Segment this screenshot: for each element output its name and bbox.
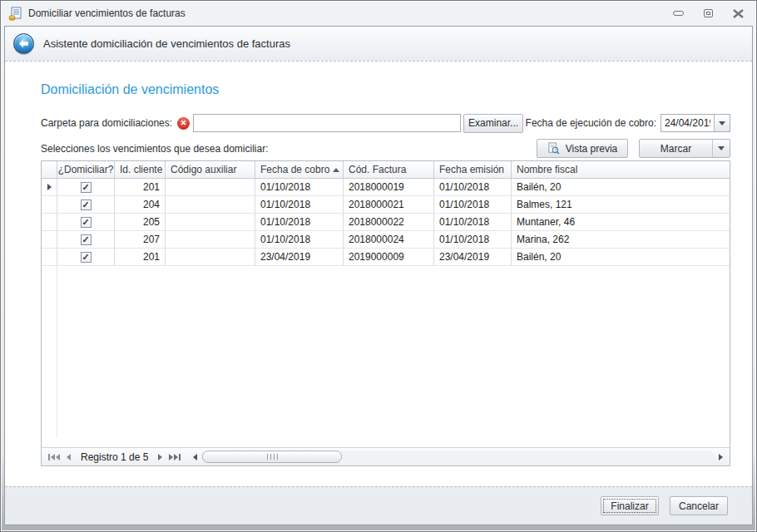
cell-cod-factura: 2018000019 [344, 179, 434, 195]
record-counter: Registro 1 de 5 [74, 451, 155, 463]
cell-domiciliar [57, 231, 115, 248]
previous-record-button[interactable] [63, 448, 74, 466]
first-record-button[interactable] [45, 448, 63, 466]
close-button[interactable] [731, 7, 745, 19]
cell-domiciliar [57, 249, 115, 265]
wizard-header: Asistente domiciliación de vencimientos … [5, 27, 752, 62]
domiciliar-checkbox[interactable] [81, 234, 92, 245]
maximize-button[interactable] [701, 7, 715, 19]
domiciliar-checkbox[interactable] [81, 200, 92, 210]
cell-nombre-fiscal: Bailén, 20 [512, 179, 730, 195]
scrollbar-track[interactable] [200, 451, 715, 463]
cell-domiciliar [57, 179, 115, 195]
minimize-button[interactable] [671, 7, 685, 19]
cell-codigo-auxiliar [166, 179, 255, 195]
cell-fecha-cobro: 01/10/2018 [255, 196, 344, 213]
last-record-button[interactable] [166, 448, 184, 466]
cell-fecha-cobro: 01/10/2018 [255, 214, 344, 230]
finish-button[interactable]: Finalizar [601, 496, 659, 515]
execution-date-combo [661, 114, 730, 132]
column-header-nombre-fiscal[interactable]: Nombre fiscal [512, 161, 730, 178]
first-record-icon [48, 454, 50, 461]
validation-error-icon: ✕ [177, 117, 190, 130]
back-button[interactable] [13, 33, 34, 54]
execution-date-input[interactable] [661, 115, 714, 131]
preview-icon [547, 142, 560, 155]
cell-id-cliente: 201 [115, 179, 166, 195]
grid-header-row: ¿Domiciliar? Id. cliente Código auxiliar… [42, 161, 730, 179]
column-header-domiciliar[interactable]: ¿Domiciliar? [57, 161, 115, 178]
cell-fecha-emision: 23/04/2019 [434, 249, 512, 265]
chevron-down-icon [718, 146, 725, 150]
row-indicator-cell [42, 249, 57, 265]
table-row[interactable]: 201 23/04/2019 2019000009 23/04/2019 Bai… [42, 249, 730, 266]
cell-nombre-fiscal: Balmes, 121 [512, 196, 730, 213]
app-window: Domiciliar vencimientos de facturas Asis… [0, 0, 757, 532]
preview-button-label: Vista previa [566, 143, 617, 155]
mark-dropdown-button[interactable] [712, 140, 730, 157]
execution-date-label: Fecha de ejecución de cobro: [526, 117, 656, 129]
invoice-coins-icon [8, 7, 22, 21]
preview-button[interactable]: Vista previa [537, 139, 628, 158]
cell-id-cliente: 201 [115, 249, 166, 265]
cell-fecha-cobro: 23/04/2019 [255, 249, 344, 265]
cancel-button[interactable]: Cancelar [670, 496, 728, 515]
mark-button-label[interactable]: Marcar [640, 143, 712, 155]
table-row[interactable]: 207 01/10/2018 2018000024 01/10/2018 Mar… [42, 231, 730, 249]
row-indicator-cell [42, 231, 57, 248]
cell-fecha-emision: 01/10/2018 [434, 196, 512, 213]
cell-cod-factura: 2018000022 [344, 214, 434, 230]
scroll-left-button[interactable] [189, 454, 200, 461]
footer-bar: Finalizar Cancelar [5, 486, 752, 525]
scroll-left-icon [193, 454, 197, 461]
cell-id-cliente: 205 [115, 214, 166, 230]
cell-fecha-emision: 01/10/2018 [434, 214, 512, 230]
table-row[interactable]: 205 01/10/2018 2018000022 01/10/2018 Mun… [42, 214, 730, 231]
cell-cod-factura: 2018000021 [344, 196, 434, 213]
row-indicator-cell [42, 214, 57, 230]
row-indicator-cell [42, 196, 57, 213]
next-record-button[interactable] [155, 448, 166, 466]
cell-nombre-fiscal: Muntaner, 46 [512, 214, 730, 230]
domiciliar-checkbox[interactable] [81, 217, 92, 228]
date-dropdown-button[interactable] [714, 115, 730, 131]
titlebar: Domiciliar vencimientos de facturas [1, 1, 756, 26]
cell-id-cliente: 204 [115, 196, 166, 213]
page-title: Domiciliación de vencimientos [41, 82, 730, 97]
scroll-right-button[interactable] [715, 454, 726, 461]
previous-record-icon [67, 454, 71, 461]
domiciliar-checkbox[interactable] [81, 252, 92, 263]
mark-button[interactable]: Marcar [639, 139, 730, 158]
column-header-cod-factura[interactable]: Cód. Factura [344, 161, 434, 178]
back-arrow-icon [18, 38, 29, 49]
record-navigator: Registro 1 de 5 [42, 447, 730, 466]
cell-nombre-fiscal: Bailén, 20 [512, 249, 730, 265]
browse-button[interactable]: Examinar... [463, 114, 523, 133]
cell-nombre-fiscal: Marina, 262 [512, 231, 730, 248]
cell-domiciliar [57, 214, 115, 230]
column-header-fecha-emision[interactable]: Fecha emisión [434, 161, 512, 178]
window-title: Domiciliar vencimientos de facturas [28, 7, 655, 19]
table-row[interactable]: 204 01/10/2018 2018000021 01/10/2018 Bal… [42, 196, 730, 214]
close-icon [733, 9, 744, 18]
column-header-codigo-auxiliar[interactable]: Código auxiliar [166, 161, 255, 178]
domiciliar-checkbox[interactable] [81, 182, 92, 193]
cell-fecha-cobro: 01/10/2018 [255, 179, 344, 195]
sort-ascending-icon [333, 168, 339, 172]
grid-empty-area [42, 266, 730, 447]
column-header-fecha-cobro[interactable]: Fecha de cobro [255, 161, 344, 178]
table-row[interactable]: 201 01/10/2018 2018000019 01/10/2018 Bai… [42, 179, 730, 196]
cell-codigo-auxiliar [166, 231, 255, 248]
cell-id-cliente: 207 [115, 231, 166, 248]
minimize-icon [673, 11, 684, 16]
folder-input[interactable] [193, 114, 461, 132]
current-row-arrow-icon [47, 184, 52, 190]
scrollbar-thumb[interactable] [202, 451, 342, 463]
folder-label: Carpeta para domiciliaciones: [41, 117, 172, 129]
column-header-id-cliente[interactable]: Id. cliente [115, 161, 166, 178]
cell-fecha-emision: 01/10/2018 [434, 179, 512, 195]
maximize-icon [704, 9, 713, 17]
row-indicator-header [42, 161, 57, 178]
horizontal-scrollbar [189, 451, 726, 464]
folder-date-row: Carpeta para domiciliaciones: ✕ Examinar… [41, 114, 730, 132]
